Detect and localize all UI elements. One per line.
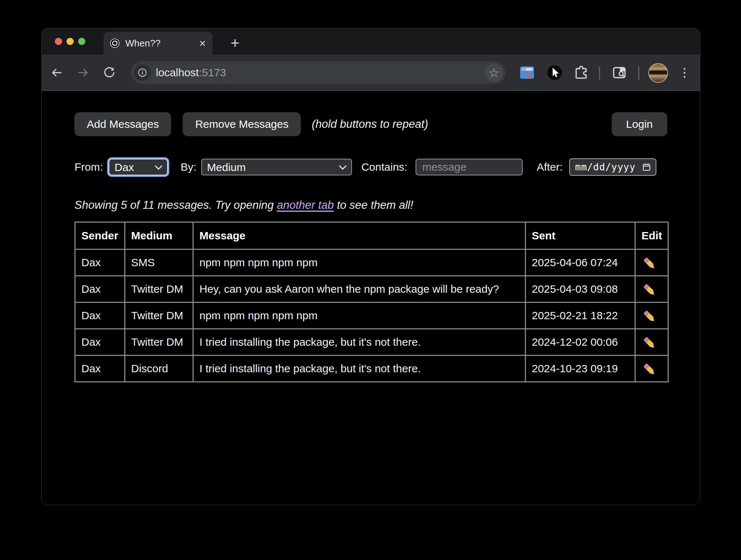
traffic-lights — [55, 28, 85, 54]
table-header-row: Sender Medium Message Sent Edit — [75, 222, 668, 249]
bookmark-chip[interactable]: ☆ — [485, 64, 503, 82]
header-sender: Sender — [75, 222, 125, 249]
cell-sent: 2024-12-02 00:06 — [526, 329, 635, 356]
close-tab-icon[interactable]: × — [199, 37, 206, 49]
cell-medium: SMS — [125, 249, 193, 276]
tab-strip: When?? × + — [42, 28, 700, 54]
cell-sent: 2025-04-06 07:24 — [526, 249, 635, 276]
cell-message: npm npm npm npm npm — [193, 303, 526, 329]
extensions-puzzle-icon[interactable] — [573, 65, 589, 81]
cell-sender: Dax — [75, 303, 125, 329]
tab-title: When?? — [125, 38, 199, 49]
contains-label: Contains: — [361, 161, 408, 173]
new-tab-button[interactable]: + — [223, 32, 247, 54]
login-button[interactable]: Login — [612, 112, 667, 136]
cell-message: Hey, can you ask Aaron when the npm pack… — [193, 276, 526, 303]
window-resizer-extension-icon[interactable] — [519, 65, 535, 81]
edit-pencil-icon[interactable] — [643, 310, 657, 324]
by-select-wrap: Medium — [201, 159, 352, 175]
bookmark-star-icon: ☆ — [489, 66, 499, 79]
reload-button[interactable] — [101, 65, 117, 81]
table-row: Dax Twitter DM npm npm npm npm npm 2025-… — [75, 303, 668, 329]
cell-medium: Twitter DM — [125, 303, 193, 329]
cell-message: npm npm npm npm npm — [193, 249, 526, 276]
cell-sender: Dax — [75, 356, 125, 382]
cell-message: I tried installing the package, but it's… — [193, 329, 526, 356]
date-placeholder: mm/dd/yyyy — [575, 162, 636, 173]
edit-pencil-icon[interactable] — [643, 337, 657, 350]
header-edit: Edit — [635, 222, 668, 249]
remove-messages-button[interactable]: Remove Messages — [183, 112, 301, 136]
table-row: Dax Discord I tried installing the packa… — [75, 356, 668, 382]
forward-button[interactable] — [75, 65, 91, 81]
header-message: Message — [193, 222, 526, 249]
after-date-input[interactable]: mm/dd/yyyy — [569, 158, 656, 176]
url-port: :5173 — [199, 66, 226, 79]
by-select[interactable]: Medium — [201, 159, 352, 175]
cell-edit — [635, 249, 668, 276]
contains-input[interactable] — [416, 159, 523, 175]
from-select[interactable]: Dax — [109, 159, 168, 175]
from-select-wrap: Dax — [109, 159, 168, 175]
header-sent: Sent — [526, 222, 635, 249]
by-label: By: — [181, 161, 196, 173]
from-label: From: — [74, 161, 103, 173]
cell-sender: Dax — [75, 276, 125, 303]
toolbar-divider — [599, 66, 600, 80]
page-content: Add Messages Remove Messages (hold butto… — [42, 91, 700, 505]
browser-window: When?? × + localhost:5173 — [41, 28, 700, 505]
cell-medium: Twitter DM — [125, 329, 193, 356]
browser-toolbar: localhost:5173 ☆ — [42, 54, 700, 91]
table-row: Dax SMS npm npm npm npm npm 2025-04-06 0… — [75, 249, 668, 276]
cell-sent: 2025-04-03 09:08 — [526, 276, 635, 303]
tab-search-icon[interactable] — [611, 65, 627, 81]
address-bar[interactable]: localhost:5173 ☆ — [131, 61, 505, 84]
cell-message: I tried installing the package, but it's… — [193, 356, 526, 382]
cell-medium: Discord — [125, 356, 193, 382]
status-line: Showing 5 of 11 messages. Try opening an… — [74, 199, 667, 212]
hold-buttons-hint: (hold buttons to repeat) — [312, 118, 428, 131]
status-before-link: Showing 5 of 11 messages. Try opening — [74, 199, 277, 211]
cell-sent: 2025-02-21 18:22 — [526, 303, 635, 329]
browser-menu-kebab-icon[interactable] — [676, 65, 692, 81]
minimize-window-button[interactable] — [66, 38, 74, 45]
table-row: Dax Twitter DM Hey, can you ask Aaron wh… — [75, 276, 668, 303]
close-window-button[interactable] — [55, 38, 62, 45]
calendar-icon[interactable] — [642, 162, 651, 172]
edit-pencil-icon[interactable] — [643, 257, 657, 271]
url-host: localhost — [156, 66, 199, 79]
filter-row: From: Dax By: Medium Contains: After: mm… — [74, 158, 667, 176]
site-info-icon[interactable] — [134, 64, 151, 81]
profile-avatar[interactable] — [648, 63, 668, 83]
url-text: localhost:5173 — [156, 61, 226, 84]
messages-table: Sender Medium Message Sent Edit Dax SMS … — [74, 222, 669, 382]
cursor-extension-icon[interactable] — [547, 65, 563, 81]
cell-edit — [635, 303, 668, 329]
another-tab-link[interactable]: another tab — [277, 199, 334, 211]
toolbar-divider — [638, 66, 639, 80]
zoom-window-button[interactable] — [78, 38, 85, 45]
cell-edit — [635, 329, 668, 356]
add-messages-button[interactable]: Add Messages — [74, 112, 171, 136]
edit-pencil-icon[interactable] — [643, 284, 657, 297]
cell-edit — [635, 276, 668, 303]
edit-pencil-icon[interactable] — [643, 363, 657, 377]
tab-favicon-sync-icon — [110, 38, 120, 48]
status-after-link: to see them all! — [334, 199, 413, 211]
cell-sender: Dax — [75, 329, 125, 356]
cell-edit — [635, 356, 668, 382]
after-label: After: — [536, 161, 563, 173]
cell-medium: Twitter DM — [125, 276, 193, 303]
cell-sent: 2024-10-23 09:19 — [526, 356, 635, 382]
table-row: Dax Twitter DM I tried installing the pa… — [75, 329, 668, 356]
header-medium: Medium — [125, 222, 193, 249]
back-button[interactable] — [49, 65, 65, 81]
cell-sender: Dax — [75, 249, 125, 276]
action-row: Add Messages Remove Messages (hold butto… — [74, 112, 667, 136]
browser-tab[interactable]: When?? × — [104, 32, 212, 54]
